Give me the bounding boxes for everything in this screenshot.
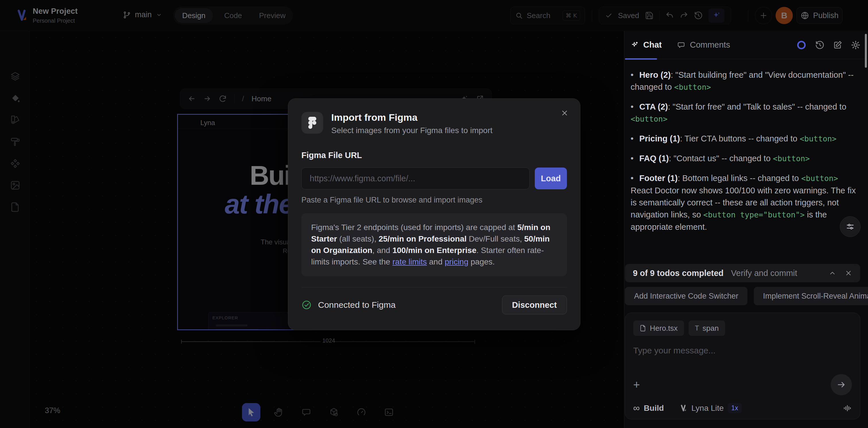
message-input[interactable]: Type your message... (633, 346, 852, 355)
bullet-text: Footer (1): Bottom legal links -- change… (631, 173, 856, 231)
bullet-text: Hero (2): "Start building free" and "Vie… (631, 70, 854, 92)
rate-limits-info-box: Figma's Tier 2 endpoints (used for impor… (301, 213, 567, 276)
bullet-text: FAQ (1): "Contact us" -- changed to <but… (639, 154, 810, 163)
new-chat-icon[interactable] (833, 40, 842, 50)
modal-backdrop[interactable] (0, 0, 868, 31)
modal-divider (301, 287, 567, 288)
check-circle-icon (301, 300, 312, 310)
context-chip-label: Hero.tsx (650, 324, 678, 333)
todo-chips-row: Add Interactive Code Switcher Implement … (625, 287, 868, 305)
chat-panel-header: Chat Comments (624, 31, 868, 59)
status-ring-icon[interactable] (796, 40, 807, 50)
chat-bullet-pricing: •Pricing (1): Tier CTA buttons -- change… (631, 133, 861, 145)
todos-action: Verify and commit (731, 268, 797, 278)
modal-header: Import from Figma Select images from you… (301, 112, 567, 135)
todo-chip[interactable]: Add Interactive Code Switcher (625, 287, 747, 305)
tab-chat[interactable]: Chat (631, 40, 662, 50)
figma-url-input[interactable] (301, 167, 530, 189)
context-chip-element[interactable]: T span (689, 321, 725, 336)
chat-bullet-footer: •Footer (1): Bottom legal links -- chang… (631, 172, 861, 233)
voice-waveform-icon[interactable] (843, 404, 852, 413)
todos-bar[interactable]: 9 of 9 todos completed Verify and commit (625, 264, 860, 282)
mode-label: Build (644, 404, 664, 413)
chat-bullet-hero: •Hero (2): "Start building free" and "Vi… (631, 69, 861, 93)
message-composer[interactable]: Hero.tsx T span Type your message... + ∞… (625, 313, 860, 419)
sparkle-icon (631, 41, 639, 49)
figma-logo-icon (301, 112, 323, 134)
context-chip-file[interactable]: Hero.tsx (633, 321, 684, 336)
tab-comments[interactable]: Comments (677, 40, 730, 50)
chevron-up-icon[interactable] (829, 269, 836, 277)
file-icon (640, 325, 646, 332)
active-tab-underline (625, 58, 657, 60)
url-field-label: Figma File URL (301, 151, 567, 160)
mode-selector[interactable]: ∞ Build (633, 403, 664, 414)
import-from-figma-modal: Import from Figma Select images from you… (288, 98, 580, 330)
history-icon[interactable] (815, 40, 825, 50)
attach-button[interactable]: + (633, 378, 640, 391)
scrollbar-thumb[interactable] (865, 34, 867, 68)
todo-chip[interactable]: Implement Scroll-Reveal Animation (754, 287, 868, 305)
chat-bullet-faq: •FAQ (1): "Contact us" -- changed to <bu… (631, 152, 861, 165)
connection-status: Connected to Figma (318, 300, 396, 310)
chat-bullet-cta: •CTA (2): "Start for free" and "Talk to … (631, 101, 861, 125)
composer-footer: ∞ Build Lyna Lite 1x (633, 403, 852, 414)
text-element-icon: T (695, 324, 699, 332)
close-icon[interactable] (561, 109, 569, 117)
todos-progress: 9 of 9 todos completed (633, 268, 724, 278)
bullet-marker: • (631, 102, 633, 111)
bullet-marker: • (631, 173, 633, 183)
modal-subtitle: Select images from your Figma files to i… (331, 126, 493, 135)
chat-panel: Chat Comments •Hero (2): "Start buildi (624, 31, 868, 428)
modal-footer: Connected to Figma Disconnect (301, 295, 567, 315)
model-selector[interactable]: Lyna Lite 1x (680, 403, 742, 413)
infinity-icon: ∞ (633, 403, 640, 414)
bullet-marker: • (631, 134, 633, 143)
url-helper-text: Paste a Figma file URL to browse and imp… (301, 196, 567, 204)
composer-actions: + (633, 374, 852, 395)
gear-icon[interactable] (851, 40, 861, 50)
modal-title: Import from Figma (331, 112, 493, 123)
multiplier-badge[interactable]: 1x (727, 403, 741, 413)
load-button[interactable]: Load (535, 167, 567, 189)
lyna-logo-icon (680, 404, 687, 412)
comment-bubble-icon (677, 41, 685, 49)
model-label: Lyna Lite (691, 404, 724, 413)
context-chip-label: span (702, 324, 718, 333)
bullet-text: CTA (2): "Start for free" and "Talk to s… (631, 102, 846, 123)
tab-comments-label: Comments (690, 40, 730, 50)
bullet-marker: • (631, 154, 633, 163)
bullet-marker: • (631, 70, 633, 79)
close-icon[interactable] (845, 269, 852, 277)
chat-messages: •Hero (2): "Start building free" and "Vi… (624, 59, 868, 233)
bullet-text: Pricing (1): Tier CTA buttons -- changed… (639, 134, 836, 143)
send-button[interactable] (831, 374, 852, 395)
tab-chat-label: Chat (643, 40, 662, 50)
context-chips-row: Hero.tsx T span (633, 321, 852, 336)
chat-options-button[interactable] (840, 216, 861, 237)
disconnect-button[interactable]: Disconnect (502, 295, 567, 315)
